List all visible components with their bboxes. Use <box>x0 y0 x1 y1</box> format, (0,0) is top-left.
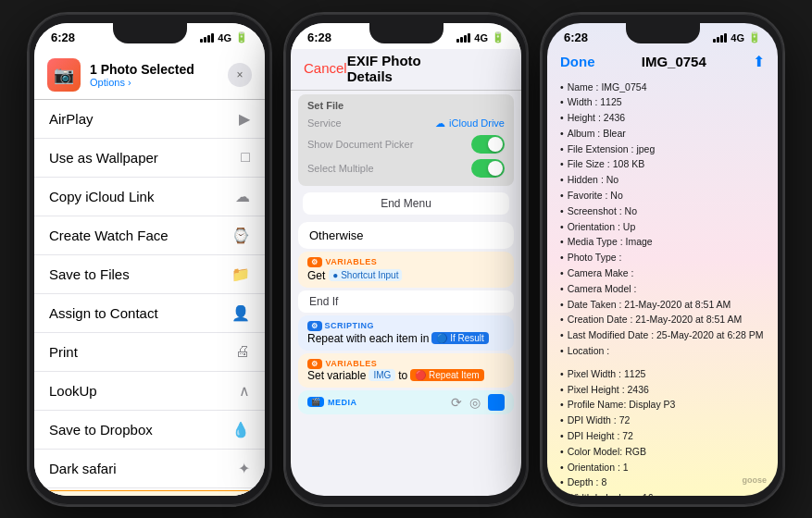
phone-3: 6:28 4G 🔋 Done IMG_0754 ⬆ <box>540 12 785 507</box>
set-var-label: ⚙ VARIABLES <box>307 359 505 369</box>
end-menu-label: End Menu <box>303 192 509 215</box>
exif-height: Height : 2436 <box>560 110 765 126</box>
exif-photo-type: Photo Type : <box>560 250 765 265</box>
close-button[interactable]: × <box>228 63 252 87</box>
scripting-label: ⚙ SCRIPTING <box>307 321 505 330</box>
share-subtitle: Options › <box>90 77 228 88</box>
exif-location: Location : <box>560 343 765 359</box>
network-1: 4G <box>218 32 231 43</box>
time-3: 6:28 <box>564 31 588 44</box>
list-item-print[interactable]: Print 🖨 <box>34 333 265 372</box>
exif-orient2: Orientation : 1 <box>560 460 765 475</box>
show-doc-row: Show Document Picker <box>307 132 505 156</box>
if-result-tag: 🔵 If Result <box>431 332 488 344</box>
exif-width-in: Width In Inches : 16 <box>560 490 765 495</box>
done-button[interactable]: Done <box>560 54 595 69</box>
variables-label-1: ⚙ VARIABLES <box>307 257 505 267</box>
select-multiple-row: Select Multiple <box>307 156 505 180</box>
list-item-lookup[interactable]: LookUp ∧ <box>34 372 265 411</box>
share-button[interactable]: ⬆ <box>753 53 765 70</box>
list-item-savefiles[interactable]: Save to Files 📁 <box>34 255 265 294</box>
exif-orientation: Orientation : Up <box>560 219 765 235</box>
lookup-icon: ∧ <box>239 382 250 400</box>
app-icon: 📷 <box>47 58 81 92</box>
print-icon: 🖨 <box>235 343 250 360</box>
exif-width: Width : 1125 <box>560 94 765 110</box>
variables-content-1: Get ● Shortcut Input <box>307 269 505 282</box>
watermark: goose <box>742 475 767 485</box>
contact-icon: 👤 <box>231 304 250 322</box>
exif-camera-model: Camera Model : <box>560 281 765 297</box>
variables-block-1: ⚙ VARIABLES Get ● Shortcut Input <box>298 252 514 288</box>
exif-ext: File Extension : jpeg <box>560 142 765 157</box>
list-item-wallpaper[interactable]: Use as Wallpaper □ <box>34 139 265 178</box>
signal-1 <box>200 33 214 43</box>
exif-screenshot: Screenshot : No <box>560 204 765 219</box>
phone2-screen: 6:28 4G 🔋 Cancel EXIF Photo Details <box>291 23 521 496</box>
exif-pixel-h: Pixel Height : 2436 <box>560 382 765 398</box>
notch-3 <box>626 23 700 43</box>
share-title-group: 1 Photo Selected Options › <box>90 62 228 88</box>
repeat-item-tag: 🔴 Repeat Item <box>410 369 483 381</box>
media-icons-row: ⟳ ◎ <box>451 394 505 411</box>
exif-name: Name : IMG_0754 <box>560 80 765 95</box>
list-item-assign[interactable]: Assign to Contact 👤 <box>34 294 265 333</box>
set-file-title: Set File <box>307 100 505 111</box>
set-var-block: ⚙ VARIABLES Set variable IMG to 🔴 Repeat… <box>298 353 514 388</box>
dropbox-icon: 💧 <box>231 421 250 438</box>
img-var-tag: IMG <box>369 369 395 381</box>
set-file-block: Set File Service ☁ iCloud Drive Show Doc… <box>298 94 514 186</box>
media-label-row: 🎬 MEDIA <box>307 397 357 407</box>
list-item-icloud[interactable]: Copy iCloud Link ☁ <box>34 178 265 216</box>
set-var-content: Set variable IMG to 🔴 Repeat Item <box>307 369 505 382</box>
list-item-airplay[interactable]: AirPlay ▶ <box>34 100 265 139</box>
scripting-block: ⚙ SCRIPTING Repeat with each item in 🔵 I… <box>298 315 514 351</box>
bar2 <box>204 37 206 43</box>
exif-color-model: Color Model: RGB <box>560 444 765 460</box>
shortcut-input-tag: ● Shortcut Input <box>329 269 402 281</box>
airplay-icon: ▶ <box>239 110 250 128</box>
network-2: 4G <box>474 32 488 43</box>
list-item-watchface[interactable]: Create Watch Face ⌚ <box>34 216 265 255</box>
battery-3: 🔋 <box>748 31 761 43</box>
list-item-exif[interactable]: EXIF Photo Details 📷 <box>42 490 257 496</box>
exif-date-taken: Date Taken : 21-May-2020 at 8:51 AM <box>560 297 765 313</box>
exif-depth: Depth : 8 <box>560 475 765 490</box>
otherwise-block: Otherwise <box>298 222 514 249</box>
icloud-icon: ☁ <box>235 188 250 205</box>
nav-title-2: EXIF Photo Details <box>347 53 465 84</box>
watch-icon: ⌚ <box>231 227 250 244</box>
battery-1: 🔋 <box>235 31 248 43</box>
media-label: MEDIA <box>328 398 357 407</box>
media-icon-1: ⟳ <box>451 395 462 410</box>
exif-hidden: Hidden : No <box>560 172 765 188</box>
cancel-button[interactable]: Cancel <box>304 60 347 76</box>
end-menu-divider: End Menu <box>291 188 521 219</box>
show-doc-toggle[interactable] <box>471 135 505 154</box>
exif-dpi-w: DPI Width : 72 <box>560 413 765 428</box>
exif-content: Name : IMG_0754 Width : 1125 Height : 24… <box>547 76 778 496</box>
blue-square <box>488 394 505 411</box>
status-icons-3: 4G 🔋 <box>713 31 761 43</box>
exif-camera-make: Camera Make : <box>560 265 765 281</box>
nav-bar-2: Cancel EXIF Photo Details <box>291 49 521 91</box>
phone1-screen: 6:28 4G 🔋 📷 1 Photo Selected <box>34 23 265 496</box>
select-multiple-toggle[interactable] <box>471 159 505 178</box>
img-title: IMG_0754 <box>642 54 706 69</box>
notch-2 <box>369 23 443 43</box>
media-block: 🎬 MEDIA ⟳ ◎ <box>298 390 514 414</box>
media-icon-2: ◎ <box>469 395 481 410</box>
scripting-content: Repeat with each item in 🔵 If Result <box>307 332 505 345</box>
battery-2: 🔋 <box>492 31 505 43</box>
service-row: Service ☁ iCloud Drive <box>307 115 505 132</box>
phone-1: 6:28 4G 🔋 📷 1 Photo Selected <box>27 12 272 507</box>
list-item-darksafari[interactable]: Dark safari ✦ <box>34 450 265 488</box>
notch-1 <box>113 23 187 43</box>
safari-icon: ✦ <box>238 460 250 477</box>
share-list: AirPlay ▶ Use as Wallpaper □ Copy iCloud… <box>34 100 265 496</box>
share-header: 📷 1 Photo Selected Options › × <box>34 49 265 100</box>
service-value: ☁ iCloud Drive <box>435 117 505 130</box>
share-title: 1 Photo Selected <box>90 62 228 77</box>
signal-2 <box>456 33 470 43</box>
list-item-dropbox[interactable]: Save to Dropbox 💧 <box>34 411 265 450</box>
